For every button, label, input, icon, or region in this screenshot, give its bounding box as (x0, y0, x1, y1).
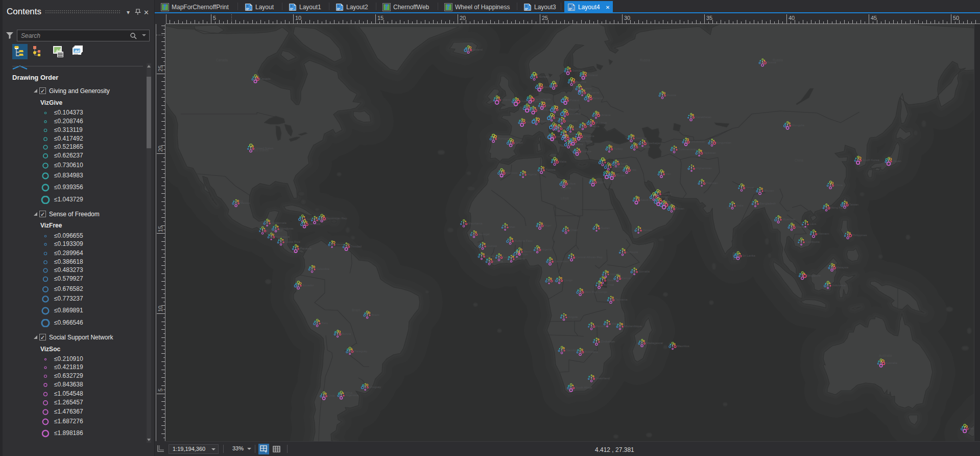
svg-text:Guinea: Guinea (487, 244, 497, 247)
svg-text:Australia: Australia (879, 354, 892, 357)
svg-text:Portugal: Portugal (498, 137, 509, 140)
svg-text:Nicaragua: Nicaragua (276, 235, 290, 238)
svg-text:Somalia: Somalia (639, 270, 650, 273)
svg-text:Chile: Chile (328, 394, 336, 397)
svg-text:Czech Republic: Czech Republic (559, 108, 581, 111)
svg-text:Mali: Mali (510, 225, 515, 229)
svg-text:Mozambique: Mozambique (625, 325, 642, 328)
svg-text:Peru: Peru (322, 322, 328, 325)
svg-text:Libya: Libya (568, 182, 576, 185)
svg-text:Poland: Poland (570, 99, 580, 102)
svg-text:Dem Rep Congo: Dem Rep Congo (585, 290, 608, 293)
svg-text:Afghanistan: Afghanistan (696, 167, 712, 170)
svg-text:Colombia: Colombia (317, 267, 330, 270)
svg-text:Belarus: Belarus (593, 97, 603, 100)
svg-text:Armenia: Armenia (639, 145, 651, 148)
svg-text:Lebanon: Lebanon (613, 165, 625, 168)
svg-text:Netherlands: Netherlands (535, 98, 551, 101)
svg-text:Ethiopia: Ethiopia (627, 250, 638, 254)
svg-text:Latvia: Latvia (584, 87, 592, 90)
svg-text:Mauritius: Mauritius (677, 345, 689, 348)
svg-text:Indonesia: Indonesia (832, 284, 846, 287)
svg-text:Chad: Chad (570, 229, 578, 232)
svg-text:Algeria: Algeria (528, 173, 537, 176)
svg-text:Honduras: Honduras (280, 227, 294, 230)
svg-text:Cuba: Cuba (307, 217, 315, 220)
svg-text:Tanzania: Tanzania (615, 298, 628, 301)
svg-text:Sudan: Sudan (601, 226, 610, 230)
svg-text:Kenya: Kenya (622, 277, 631, 280)
svg-text:Burundi: Burundi (604, 283, 614, 286)
svg-text:Italy: Italy (557, 135, 562, 138)
svg-text:Slovakia: Slovakia (569, 112, 581, 115)
svg-text:Laos: Laos (810, 222, 817, 225)
svg-text:Hong Kong: Hong Kong (831, 206, 846, 209)
svg-text:Georgia: Georgia (636, 136, 647, 140)
svg-text:Niger: Niger (544, 224, 552, 227)
svg-text:Estonia: Estonia (576, 80, 587, 83)
svg-text:India: India (737, 204, 744, 207)
svg-text:Botswana: Botswana (585, 350, 599, 353)
svg-text:Azerbaijan: Azerbaijan (647, 142, 661, 145)
svg-text:Bhutan: Bhutan (764, 189, 774, 192)
svg-text:Hungary: Hungary (566, 119, 578, 122)
svg-text:Sweden: Sweden (572, 69, 584, 72)
svg-text:Cambodia: Cambodia (806, 240, 820, 243)
svg-text:Nepal: Nepal (746, 186, 754, 189)
svg-text:Zimbabwe: Zimbabwe (601, 340, 615, 343)
svg-text:China: China (795, 158, 803, 162)
svg-text:South Africa: South Africa (576, 386, 592, 389)
svg-text:Russia: Russia (667, 94, 677, 97)
svg-text:Russia: Russia (640, 58, 650, 62)
svg-text:Costa Rica: Costa Rica (285, 240, 301, 243)
svg-text:Turkmenistan: Turkmenistan (679, 148, 697, 151)
svg-text:Turkey: Turkey (614, 147, 623, 150)
svg-text:Norway: Norway (539, 75, 549, 78)
svg-text:Egypt: Egypt (597, 180, 606, 184)
svg-text:Kazakhstan: Kazakhstan (696, 116, 711, 119)
svg-text:Argentina: Argentina (346, 394, 359, 397)
svg-text:Venezuela: Venezuela (337, 243, 351, 246)
svg-text:Malaysia: Malaysia (836, 266, 849, 269)
svg-text:South Korea: South Korea (863, 158, 880, 162)
svg-text:Madagascar: Madagascar (647, 341, 663, 345)
svg-text:Jordan: Jordan (616, 174, 626, 177)
svg-text:Australia: Australia (886, 361, 898, 364)
svg-text:China: China (835, 184, 843, 187)
svg-text:Yemen: Yemen (643, 229, 652, 232)
svg-text:Brazil: Brazil (352, 308, 361, 312)
svg-text:Sri Lanka: Sri Lanka (743, 254, 756, 257)
svg-text:Morocco: Morocco (506, 171, 518, 174)
svg-text:Russia: Russia (767, 61, 777, 64)
svg-text:Canada: Canada (260, 77, 271, 80)
svg-text:Nigeria: Nigeria (542, 248, 552, 251)
svg-text:Tunisia: Tunisia (546, 168, 556, 171)
svg-text:Myanmar: Myanmar (783, 218, 796, 221)
svg-text:Guatemala: Guatemala (272, 221, 287, 224)
svg-text:United States: United States (255, 147, 274, 150)
svg-text:Bolivia: Bolivia (342, 332, 351, 335)
svg-text:Spain: Spain (515, 141, 523, 144)
svg-text:Canada: Canada (216, 58, 228, 62)
svg-text:Paraguay: Paraguay (354, 350, 368, 353)
svg-text:Benin: Benin (524, 250, 532, 253)
svg-text:Namibia: Namibia (566, 349, 578, 352)
svg-text:UAE: UAE (668, 203, 675, 206)
svg-text:Moldova: Moldova (595, 121, 607, 124)
svg-text:Malta: Malta (559, 160, 567, 163)
svg-text:Panama: Panama (300, 247, 312, 250)
svg-text:Ecuador: Ecuador (303, 284, 314, 287)
svg-text:Rwanda: Rwanda (607, 279, 619, 282)
svg-text:Mongolia: Mongolia (792, 124, 805, 127)
svg-text:Burkina Faso: Burkina Faso (515, 239, 533, 242)
svg-text:+: + (265, 449, 267, 454)
svg-text:Japan: Japan (893, 159, 901, 163)
svg-text:Brazil: Brazil (372, 313, 379, 316)
svg-text:Taiwan: Taiwan (849, 203, 859, 206)
svg-text:Uruguay: Uruguay (370, 385, 381, 389)
svg-text:Uzbekistan: Uzbekistan (690, 140, 706, 143)
svg-text:Uganda: Uganda (610, 272, 622, 276)
svg-text:Singapore: Singapore (807, 274, 821, 277)
svg-text:Mauritania: Mauritania (468, 222, 483, 225)
svg-text:Libya: Libya (561, 196, 569, 200)
